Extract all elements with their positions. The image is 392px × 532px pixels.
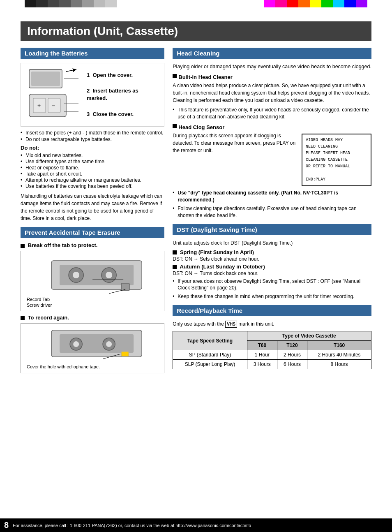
do-not-list: Mix old and new batteries. Use different… — [21, 153, 164, 189]
left-column: Loading the Batteries — [21, 48, 164, 377]
battery-diagram: + − 1 Open the cover. 2 Insert batteries… — [21, 63, 164, 127]
prevent-tape-erasure-section: Prevent Accidental Tape Erasure Break of… — [21, 227, 164, 373]
left-color-blocks — [25, 0, 117, 7]
head-clog-heading: Head Clog Sensor — [173, 124, 371, 130]
sp-t160: 2 Hours 40 Minutes — [307, 350, 371, 360]
tape-speed-header: Tape Speed Setting — [173, 331, 247, 350]
black-square-icon-5 — [173, 250, 177, 254]
color-block — [94, 0, 105, 7]
record-playback-header: Record/Playback Time — [173, 305, 371, 316]
svg-text:+: + — [37, 102, 41, 109]
tape-erasure-svg — [24, 254, 161, 300]
color-block — [71, 0, 82, 7]
svg-rect-1 — [31, 72, 60, 86]
battery-notes: Insert so the poles (+ and - ) match tho… — [21, 130, 164, 142]
slp-t60: 3 Hours — [247, 360, 277, 369]
built-in-note: This feature is preventative only, If yo… — [173, 106, 371, 120]
col-t60: T60 — [247, 341, 277, 350]
battery-note-2: Do not use rechargeable type batteries. — [21, 136, 164, 142]
do-not-item-1: Mix old and new batteries. — [21, 153, 164, 158]
table-row: SP (Standard Play) 1 Hour 2 Hours 2 Hour… — [173, 350, 371, 360]
head-cleaning-header: Head Cleaning — [173, 48, 371, 59]
svg-point-14 — [73, 272, 79, 278]
spring-text: DST: ON → Sets clock ahead one hour. — [173, 256, 371, 262]
autumn-heading: Autumn (Last Sunday in October) — [173, 264, 371, 270]
vhs-logo: VHS — [225, 321, 237, 328]
svg-text:−: − — [52, 102, 55, 109]
record-playback-section: Record/Playback Time Only use tapes with… — [173, 305, 371, 369]
cover-hole-label: Cover the hole with cellophane tape. — [27, 364, 100, 369]
black-square-icon-2 — [21, 316, 25, 320]
dst-note-1: If your area does not observe Daylight S… — [173, 278, 371, 292]
svg-point-25 — [106, 341, 112, 347]
svg-rect-26 — [121, 352, 129, 356]
battery-step-1: 1 Open the cover. — [87, 72, 160, 79]
battery-steps: 1 Open the cover. 2 Insert batteries as … — [83, 67, 160, 122]
sp-t60: 1 Hour — [247, 350, 277, 360]
color-block — [356, 0, 367, 7]
color-block — [82, 0, 94, 7]
autumn-text: DST: ON → Turns clock back one hour. — [173, 271, 371, 276]
record-intro: Only use tapes with the VHS mark in this… — [173, 320, 371, 328]
head-clog-text: During playback this screen appears if c… — [173, 132, 297, 186]
footer-text: For assistance, please call : 1-800-211-… — [13, 523, 251, 528]
screw-driver-label: Screw driver — [27, 303, 158, 308]
color-block — [298, 0, 310, 7]
color-block — [105, 0, 117, 7]
loading-batteries-header: Loading the Batteries — [21, 48, 164, 59]
footer: 8 For assistance, please call : 1-800-21… — [0, 518, 392, 532]
black-square-icon-6 — [173, 265, 177, 269]
svg-point-23 — [73, 341, 79, 347]
dst-header: DST (Daylight Saving Time) — [173, 224, 371, 235]
break-tab-title: Break off the tab to protect. — [21, 242, 164, 248]
video-cassette-header: Type of Video Cassette — [247, 331, 371, 341]
dst-section: DST (Daylight Saving Time) Unit auto adj… — [173, 224, 371, 300]
two-column-layout: Loading the Batteries — [21, 48, 371, 377]
slp-t160: 8 Hours — [307, 360, 371, 369]
head-clog-area: During playback this screen appears if c… — [173, 132, 371, 186]
dry-type-note: Use "dry" type head cleaning cassette on… — [173, 190, 371, 204]
screen-display-box: VIDEO HEADS MAY NEED CLEANING PLEASE INS… — [302, 134, 371, 186]
svg-line-2 — [66, 69, 76, 72]
battery-step-2: 2 Insert batteries as marked. — [87, 87, 160, 102]
built-in-text: A clean video head helps produce a clear… — [173, 82, 371, 104]
color-block — [275, 0, 287, 7]
black-square-icon-4 — [173, 124, 177, 128]
table-row: SLP (Super Long Play) 3 Hours 6 Hours 8 … — [173, 360, 371, 369]
sp-label: SP (Standard Play) — [173, 350, 247, 360]
built-in-heading: Built-in Head Cleaner — [173, 74, 371, 80]
prevent-tape-erasure-header: Prevent Accidental Tape Erasure — [21, 227, 164, 238]
dst-intro: Unit auto adjusts clock for DST (Dayligh… — [173, 239, 371, 247]
tape-diagram-1: Record Tab Screw driver — [21, 251, 164, 311]
battery-note-1: Insert so the poles (+ and - ) match tho… — [21, 130, 164, 136]
color-block — [48, 0, 59, 7]
battery-image: + − — [25, 67, 83, 122]
svg-point-16 — [106, 272, 112, 278]
sp-t120: 2 Hours — [277, 350, 307, 360]
playback-table: Tape Speed Setting Type of Video Cassett… — [173, 331, 371, 369]
color-block — [36, 0, 48, 7]
tape-diagram-2: Cover the hole with cellophane tape. — [21, 323, 164, 373]
right-column: Head Cleaning Playing older or damaged t… — [173, 48, 371, 377]
main-content: Information (Unit, Cassette) Loading the… — [0, 9, 392, 385]
slp-label: SLP (Super Long Play) — [173, 360, 247, 369]
color-block — [264, 0, 275, 7]
color-block — [59, 0, 71, 7]
head-cleaning-intro: Playing older or damaged tapes may event… — [173, 63, 371, 71]
color-block — [321, 0, 333, 7]
right-color-blocks — [264, 0, 367, 7]
color-block — [333, 0, 344, 7]
mishandling-text: Mishandling of batteries can cause elect… — [21, 192, 164, 222]
do-not-item-4: Take apart or short circuit. — [21, 171, 164, 177]
page-number: 8 — [4, 520, 9, 530]
color-block — [310, 0, 321, 7]
battery-svg: + − — [25, 67, 83, 121]
dst-note-2: Keep these time changes in mind when pro… — [173, 293, 371, 300]
do-not-item-2: Use different types at the same time. — [21, 159, 164, 164]
record-again-title: To record again. — [21, 315, 164, 321]
built-in-title: Built-in Head Cleaner — [178, 74, 232, 80]
page-title: Information (Unit, Cassette) — [21, 21, 371, 41]
follow-note: Follow cleaning tape directions carefull… — [173, 205, 371, 219]
do-not-item-5: Attempt to recharge alkaline or manganes… — [21, 177, 164, 183]
head-clog-title: Head Clog Sensor — [178, 124, 224, 130]
